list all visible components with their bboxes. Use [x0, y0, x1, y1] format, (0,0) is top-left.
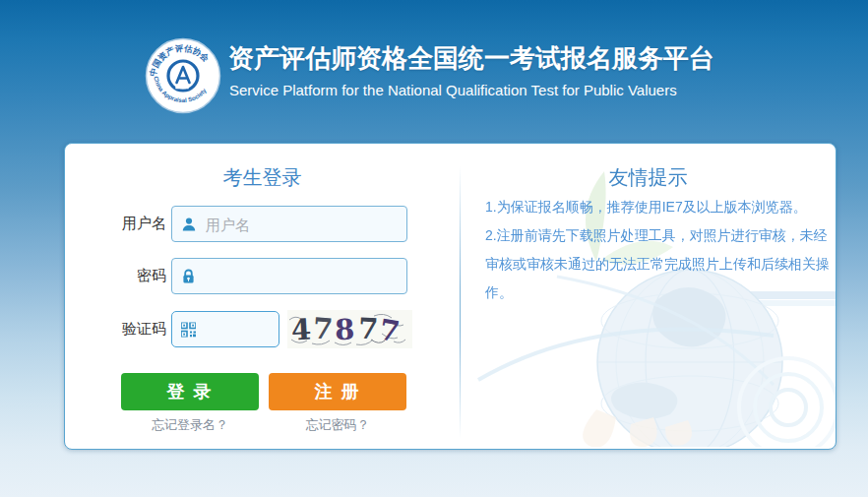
- captcha-field-wrap: [171, 311, 279, 347]
- forgot-password-link[interactable]: 忘记密码？: [269, 416, 406, 434]
- tips-panel-title: 友情提示: [461, 164, 836, 191]
- tips-body: 1.为保证报名顺畅，推荐使用IE7及以上版本浏览器。 2.注册前请先下载照片处理…: [485, 193, 832, 307]
- platform-title-chinese: 资产评估师资格全国统一考试报名服务平台: [228, 41, 714, 76]
- username-field-wrap: [171, 206, 407, 242]
- login-panel-title: 考生登录: [65, 164, 460, 191]
- username-input[interactable]: [204, 207, 404, 243]
- captcha-image[interactable]: 4 7 8 7 7: [287, 310, 412, 348]
- tip-item-1: 1.为保证报名顺畅，推荐使用IE7及以上版本浏览器。: [485, 193, 832, 221]
- captcha-qr-icon: [181, 322, 196, 337]
- username-row: 用户名: [65, 206, 407, 242]
- page-header: 中国资产评估协会 China Appraisal Society 资产评估师资格…: [0, 0, 868, 143]
- register-button[interactable]: 注 册: [269, 373, 406, 410]
- user-icon: [181, 217, 197, 232]
- captcha-digits: 4 7 8 7 7: [291, 311, 409, 346]
- username-label: 用户名: [65, 215, 166, 233]
- password-field-wrap: [171, 258, 407, 294]
- lock-icon: [181, 269, 196, 284]
- login-button[interactable]: 登 录: [121, 373, 259, 410]
- captcha-label: 验证码: [65, 320, 166, 339]
- platform-title-english: Service Platform for the National Qualif…: [229, 82, 677, 98]
- forgot-username-link[interactable]: 忘记登录名？: [121, 416, 259, 434]
- tip-item-2: 2.注册前请先下载照片处理工具，对照片进行审核，未经审核或审核未通过的无法正常完…: [485, 221, 832, 307]
- login-card: 考生登录 用户名 密码 验证码: [64, 143, 837, 450]
- login-panel: 考生登录 用户名 密码 验证码: [65, 144, 460, 449]
- china-appraisal-society-logo-icon: 中国资产评估协会 China Appraisal Society: [145, 37, 221, 114]
- password-row: 密码: [65, 258, 407, 294]
- password-input[interactable]: [204, 259, 404, 295]
- password-label: 密码: [65, 267, 166, 285]
- tips-panel: 友情提示 1.为保证报名顺畅，推荐使用IE7及以上版本浏览器。 2.注册前请先下…: [461, 144, 836, 449]
- captcha-row: 验证码: [65, 310, 412, 348]
- captcha-input[interactable]: [204, 312, 277, 348]
